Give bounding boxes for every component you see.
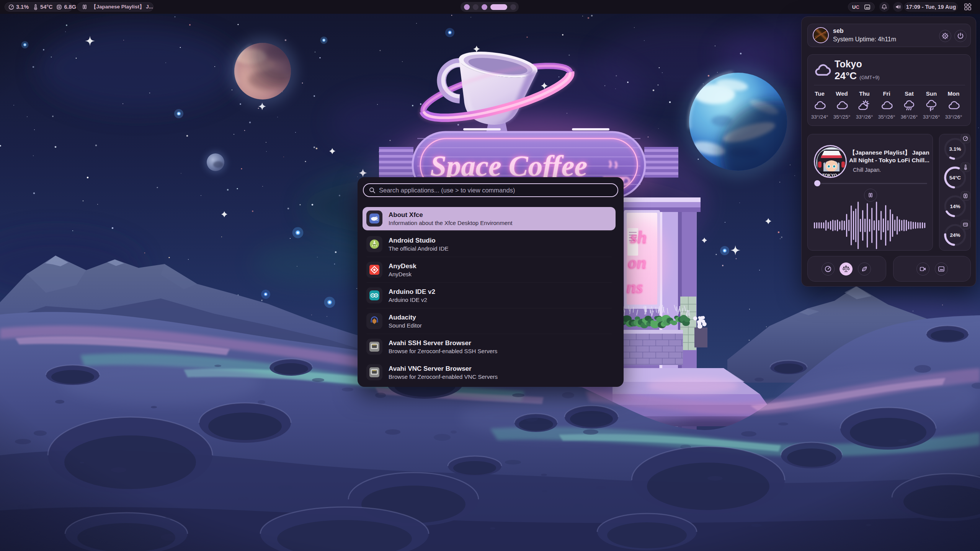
svg-text:TOKYO L: TOKYO L	[822, 173, 841, 178]
svg-text:14%: 14%	[950, 204, 960, 209]
svg-text:3.1%: 3.1%	[949, 146, 961, 152]
svg-text:24%: 24%	[950, 232, 960, 238]
svg-text:54°C: 54°C	[949, 175, 961, 181]
